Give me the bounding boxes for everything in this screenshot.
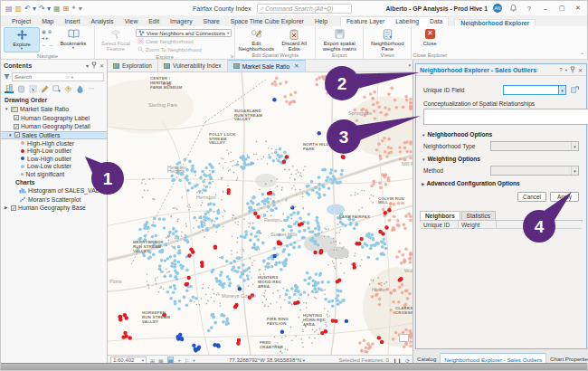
view-tab-market-sale-ratio[interactable]: Market Sale Ratio ✕ bbox=[228, 60, 306, 71]
tab-map[interactable]: Map bbox=[36, 17, 59, 26]
list-by-drawing-order-icon[interactable] bbox=[5, 84, 14, 93]
full-extent-icon[interactable]: ◉ bbox=[42, 29, 46, 34]
pane-close-icon[interactable]: ✕ bbox=[578, 67, 583, 73]
tab-statistics[interactable]: Statistics bbox=[461, 211, 496, 220]
tab-share[interactable]: Share bbox=[198, 17, 225, 26]
contents-search[interactable]: ⌕ ▾ bbox=[12, 72, 104, 81]
close-contents-icon[interactable]: ✕ bbox=[100, 62, 104, 69]
pane-help-icon[interactable]: ? bbox=[559, 67, 562, 72]
export-spatial-weights-button[interactable]: Export spatial weights matrix bbox=[318, 27, 360, 52]
tab-edit[interactable]: Edit bbox=[143, 17, 165, 26]
checkbox-checked[interactable]: ✓ bbox=[11, 205, 16, 211]
contents-search-chevron-icon[interactable]: ▾ bbox=[71, 75, 73, 80]
explore-button[interactable]: Explore▾ bbox=[4, 27, 40, 52]
checkbox-checked[interactable]: ✓ bbox=[14, 132, 20, 138]
pane-pin-icon[interactable] bbox=[570, 66, 575, 74]
notifications-icon[interactable] bbox=[507, 5, 518, 13]
command-search[interactable]: ⌕ Command Search (Alt+Q) bbox=[257, 4, 352, 14]
layer-human-geography-label[interactable]: ✓ Human Geography Label bbox=[1, 114, 107, 123]
clear-neighborhood-button[interactable]: Clear Neighborhood bbox=[136, 38, 232, 45]
tab-space-time-cube-explorer[interactable]: Space Time Cube Explorer bbox=[225, 17, 309, 26]
checkbox-checked[interactable]: ✓ bbox=[14, 124, 19, 129]
back-arrow-icon[interactable]: ← bbox=[42, 42, 47, 47]
map-canvas[interactable]: CENTER /HERITAGEFARM MUSEUMSterling Park… bbox=[108, 72, 413, 355]
next-extent-icon[interactable]: ▸ bbox=[46, 35, 49, 41]
layer-sales-outliers[interactable]: ▼ ✓ Sales Outliers bbox=[1, 131, 107, 140]
open-icon[interactable]: ▥ bbox=[15, 5, 23, 13]
list-by-charts-icon[interactable] bbox=[75, 84, 84, 93]
map-overview-button[interactable] bbox=[399, 334, 409, 342]
conceptualization-dropdown[interactable]: ▾ bbox=[423, 109, 588, 125]
status-chevron-icon[interactable]: ▾ bbox=[193, 358, 194, 363]
close-window-button[interactable]: ✕ bbox=[573, 5, 583, 12]
pane-menu-icon[interactable]: ▾ bbox=[565, 68, 567, 72]
list-by-labeling-icon[interactable] bbox=[63, 84, 72, 93]
redo-icon[interactable]: ↷ ▾ bbox=[39, 5, 51, 13]
toolbox-icon[interactable]: ⊞ bbox=[63, 5, 70, 13]
maximize-button[interactable]: ▢ bbox=[556, 5, 567, 12]
locate-icon[interactable]: ⌖ bbox=[71, 4, 76, 13]
checkbox-checked[interactable]: ✓ bbox=[14, 115, 19, 120]
contents-menu-icon[interactable]: ▾ bbox=[86, 62, 89, 69]
signed-in-user[interactable]: Alberto - GP Analysis - Prod Hive 1 bbox=[385, 5, 488, 12]
tab-data[interactable]: Data bbox=[424, 17, 448, 26]
layer-human-geography-detail[interactable]: ✓ Human Geography Detail bbox=[1, 122, 107, 131]
layer-human-geography-base[interactable]: ▶ ✓ Human Geography Base bbox=[1, 204, 107, 213]
collapse-icon[interactable]: ▶ bbox=[5, 205, 9, 210]
expand-icon[interactable]: ▼ bbox=[8, 133, 13, 138]
layer-market-sale-ratio[interactable]: ▼ Market Sale Ratio bbox=[1, 105, 107, 114]
prev-extent-icon[interactable]: ◂ bbox=[42, 35, 44, 41]
contents-search-input[interactable] bbox=[14, 74, 64, 80]
bookmarks-button[interactable]: Bookmarks▾ bbox=[55, 27, 91, 51]
close-explorer-button[interactable]: ✕ Close bbox=[414, 27, 445, 46]
edit-neighborhoods-button[interactable]: Edit Neighborhoods bbox=[238, 27, 274, 52]
section-neighborhood-options[interactable]: ▼Neighborhood Options bbox=[422, 131, 492, 138]
close-tab-icon[interactable]: ✕ bbox=[294, 62, 299, 70]
neighborhood-pane-button[interactable]: Neighborhood Pane bbox=[366, 27, 408, 52]
chevron-down-icon[interactable]: ▾ bbox=[558, 86, 565, 94]
contents-toolbar-overflow-icon[interactable]: ⋯ bbox=[87, 84, 96, 93]
undo-icon[interactable]: ↶ ▾ bbox=[24, 5, 36, 13]
tab-insert[interactable]: Insert bbox=[59, 17, 85, 26]
help-icon[interactable]: ? bbox=[524, 5, 535, 12]
list-by-snapping-icon[interactable] bbox=[52, 84, 61, 93]
charts-node[interactable]: Charts bbox=[1, 178, 107, 187]
discard-all-edits-button[interactable]: Discard All Edits bbox=[276, 27, 312, 52]
tab-neighbors[interactable]: Neighbors bbox=[420, 211, 460, 220]
collapse-ribbon-icon[interactable]: ⌃ bbox=[580, 52, 584, 58]
fixed-zoom-in-icon[interactable]: ⊕ bbox=[48, 29, 52, 34]
fwd-arrow-icon[interactable]: → bbox=[49, 42, 54, 47]
dialog-launcher-icon[interactable]: ⇲ bbox=[230, 53, 233, 59]
tab-feature-layer[interactable]: Feature Layer bbox=[341, 17, 390, 26]
apply-button[interactable]: Apply bbox=[550, 192, 579, 202]
map-tool-icon[interactable]: ▦ bbox=[53, 5, 61, 13]
expand-icon[interactable]: ▼ bbox=[5, 107, 9, 111]
tab-analysis[interactable]: Analysis bbox=[85, 17, 119, 26]
list-by-source-icon[interactable] bbox=[16, 84, 25, 93]
list-by-selection-icon[interactable] bbox=[28, 84, 37, 93]
neighborhood-type-dropdown[interactable]: ▾ bbox=[490, 141, 579, 151]
tab-project[interactable]: Project bbox=[6, 17, 36, 26]
column-unique-id[interactable]: Unique ID bbox=[421, 221, 459, 228]
tab-labeling[interactable]: Labeling bbox=[390, 17, 424, 26]
toggle-field-icon[interactable] bbox=[571, 86, 579, 95]
avatar[interactable]: AN bbox=[493, 4, 502, 13]
zoom-to-neighborhood-button[interactable]: Zoom To Neighborhood bbox=[136, 46, 232, 53]
view-tab-vulnerability-index[interactable]: Vulnerability Index bbox=[158, 60, 228, 71]
minimize-button[interactable]: – bbox=[540, 5, 551, 12]
tab-imagery[interactable]: Imagery bbox=[165, 17, 198, 26]
method-dropdown[interactable]: ▾ bbox=[490, 166, 579, 176]
filter-icon[interactable] bbox=[4, 73, 10, 81]
chart-morans-scatterplot[interactable]: Moran's Scatterplot bbox=[1, 195, 107, 205]
pin-icon[interactable] bbox=[91, 62, 97, 70]
cancel-button[interactable]: Cancel bbox=[517, 192, 546, 202]
section-advanced-configuration[interactable]: ▶Advanced Configuration Options bbox=[422, 180, 520, 186]
column-weight[interactable]: Weight bbox=[459, 221, 497, 228]
chart-histogram[interactable]: Histogram of SALES_VALUE bbox=[1, 186, 107, 195]
view-neighbors-connections-button[interactable]: View Neighbors and Connections ▾ bbox=[136, 29, 232, 37]
select-focal-feature-button[interactable]: Select Focal Feature bbox=[98, 27, 134, 52]
tab-view[interactable]: View bbox=[119, 17, 144, 26]
section-weighting-options[interactable]: ▼Weighting Options bbox=[422, 156, 480, 162]
save-icon[interactable]: ▤ bbox=[5, 5, 13, 13]
view-tab-exploration[interactable]: Exploration bbox=[108, 60, 158, 71]
